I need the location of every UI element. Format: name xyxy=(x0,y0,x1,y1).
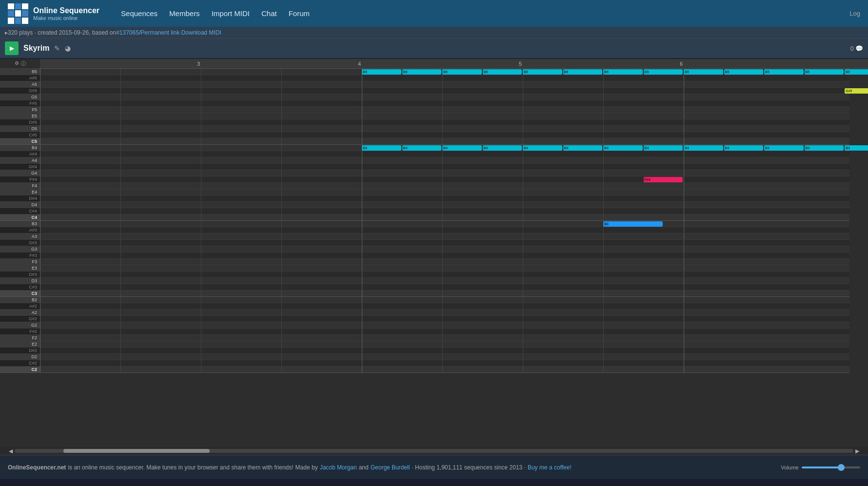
grid-row-fs3[interactable] xyxy=(40,253,849,259)
note-b5[interactable]: B5 xyxy=(805,69,844,75)
note-b4[interactable]: B4 xyxy=(483,145,522,151)
piano-key-cs5[interactable]: C#5 xyxy=(0,132,40,138)
note-b4[interactable]: B4 xyxy=(724,145,764,151)
play-button[interactable] xyxy=(5,41,19,55)
share-icon[interactable]: ◕ xyxy=(65,44,71,52)
nav-import-midi[interactable]: Import MIDI xyxy=(212,9,250,18)
piano-key-g2[interactable]: G2 xyxy=(0,322,40,329)
grid-row-f5[interactable] xyxy=(40,107,849,113)
piano-key-f4[interactable]: F4 xyxy=(0,183,40,189)
grid-row-d3[interactable] xyxy=(40,278,849,284)
note-b4[interactable]: B4 xyxy=(362,145,401,151)
nav-members[interactable]: Members xyxy=(169,9,200,18)
piano-key-fs2[interactable]: F#2 xyxy=(0,329,40,335)
grid-canvas[interactable]: B5B5B5B5B5B5B5B5B5B5B5B5B5B5B5B5B5B5B5B5… xyxy=(40,69,868,447)
grid-row-ds5[interactable] xyxy=(40,119,849,126)
grid-row-g3[interactable]: G3 xyxy=(40,246,849,253)
settings-icon[interactable]: ⚙ xyxy=(15,60,19,67)
piano-key-cs4[interactable]: C#4 xyxy=(0,208,40,214)
info-perm-link[interactable]: Permanent link xyxy=(140,29,179,36)
info-dl-link[interactable]: Download MIDI xyxy=(181,29,221,36)
grid-row-c5[interactable] xyxy=(40,138,849,145)
grid-row-gs3[interactable] xyxy=(40,240,849,246)
piano-key-g3[interactable]: G3 xyxy=(0,246,40,253)
piano-key-c2[interactable]: C2 xyxy=(0,367,40,373)
grid-row-e3[interactable]: E3 xyxy=(40,265,849,272)
note-fs4[interactable]: F#4 xyxy=(644,177,683,182)
grid-row-ds4[interactable] xyxy=(40,195,849,202)
piano-key-ds5[interactable]: D#5 xyxy=(0,119,40,126)
piano-key-as2[interactable]: A#2 xyxy=(0,303,40,310)
grid-row-g5[interactable]: G5G5G5G5G5 xyxy=(40,94,849,100)
note-b4[interactable]: B4 xyxy=(805,145,844,151)
piano-key-c3[interactable]: C3 xyxy=(0,291,40,297)
grid-row-f3[interactable]: F3 xyxy=(40,259,849,265)
grid-row-e5[interactable]: E5E5E5E5E5E5E5E5E5 xyxy=(40,113,849,119)
grid-row-ds3[interactable] xyxy=(40,272,849,278)
footer-coffee-link[interactable]: Buy me a coffee! xyxy=(528,464,572,471)
note-b4[interactable]: B4 xyxy=(764,145,804,151)
piano-key-f3[interactable]: F3 xyxy=(0,259,40,265)
piano-key-cs3[interactable]: C#3 xyxy=(0,284,40,291)
note-b4[interactable]: B4 xyxy=(402,145,442,151)
piano-key-cs2[interactable]: C#2 xyxy=(0,360,40,367)
piano-key-e4[interactable]: E4 xyxy=(0,189,40,195)
grid-row-a2[interactable] xyxy=(40,310,849,316)
piano-key-a2[interactable]: A2 xyxy=(0,310,40,316)
note-b4[interactable]: B4 xyxy=(845,145,868,151)
piano-key-b5[interactable]: B5 xyxy=(0,69,40,75)
grid-row-cs2[interactable] xyxy=(40,360,849,367)
note-gs5[interactable]: G#5 xyxy=(845,88,868,94)
grid-row-f4[interactable] xyxy=(40,183,849,189)
piano-key-b4[interactable]: B4 xyxy=(0,145,40,151)
nav-forum[interactable]: Forum xyxy=(289,9,310,18)
piano-key-e3[interactable]: E3 xyxy=(0,265,40,272)
piano-key-c4[interactable]: C4 xyxy=(0,214,40,221)
note-b5[interactable]: B5 xyxy=(402,69,442,75)
note-b4[interactable]: B4 xyxy=(523,145,562,151)
grid-row-as4[interactable]: A#4A#4A#4A#4 xyxy=(40,151,849,157)
note-b5[interactable]: B5 xyxy=(724,69,764,75)
note-b5[interactable]: B5 xyxy=(684,69,723,75)
piano-key-fs4[interactable]: F#4 xyxy=(0,176,40,183)
nav-chat[interactable]: Chat xyxy=(261,9,277,18)
info-ref-link[interactable]: #137065 xyxy=(116,29,139,36)
grid-row-ds2[interactable] xyxy=(40,348,849,354)
note-b4[interactable]: B4 xyxy=(603,145,643,151)
nav-sequences[interactable]: Sequences xyxy=(121,9,158,18)
note-b5[interactable]: B5 xyxy=(523,69,562,75)
piano-key-a3[interactable]: A3 xyxy=(0,233,40,240)
piano-key-e2[interactable]: E2 xyxy=(0,341,40,348)
note-b5[interactable]: B5 xyxy=(442,69,482,75)
grid-row-b2[interactable] xyxy=(40,297,849,303)
grid-row-e4[interactable]: E4E4E4E4E4E4E4E4E4 xyxy=(40,189,849,195)
grid-row-a3[interactable] xyxy=(40,233,849,240)
grid-row-gs5[interactable]: G#5G#5G#5G#5 xyxy=(40,88,849,94)
grid-row-e2[interactable] xyxy=(40,341,849,348)
grid-row-c3[interactable] xyxy=(40,291,849,297)
grid-row-c4[interactable] xyxy=(40,214,849,221)
piano-key-ds4[interactable]: D#4 xyxy=(0,195,40,202)
grid-row-gs2[interactable] xyxy=(40,316,849,322)
grid-row-b4[interactable]: B4B4B4B4B4B4B4B4B4B4B4B4B4B4B4B4B4B4B4B4… xyxy=(40,145,849,151)
grid-row-cs5[interactable]: C#5C#5C#5C#5C#5 xyxy=(40,132,849,138)
piano-key-gs2[interactable]: G#2 xyxy=(0,316,40,322)
note-b5[interactable]: B5 xyxy=(362,69,401,75)
piano-key-e5[interactable]: E5 xyxy=(0,113,40,119)
piano-key-a4[interactable]: A4 xyxy=(0,157,40,164)
h-scroll-thumb[interactable] xyxy=(63,449,210,453)
grid-row-cs3[interactable] xyxy=(40,284,849,291)
footer-author2[interactable]: George Burdell xyxy=(371,464,410,471)
piano-key-d3[interactable]: D3 xyxy=(0,278,40,284)
grid-row-c2[interactable] xyxy=(40,367,849,373)
note-b4[interactable]: B4 xyxy=(442,145,482,151)
grid-row-fs5[interactable]: F#5F#5F#5F#5 xyxy=(40,100,849,107)
note-b5[interactable]: B5 xyxy=(603,69,643,75)
note-b5[interactable]: B5 xyxy=(483,69,522,75)
grid-row-a5[interactable] xyxy=(40,81,849,88)
piano-key-fs3[interactable]: F#3 xyxy=(0,253,40,259)
grid-row-fs2[interactable] xyxy=(40,329,849,335)
grid-row-b3[interactable]: B3B3B3B3B3B3B3B3B3B3B3B3B3B3B3B3B3B3 xyxy=(40,221,849,227)
note-b5[interactable]: B5 xyxy=(563,69,603,75)
grid-row-gs4[interactable] xyxy=(40,164,849,170)
